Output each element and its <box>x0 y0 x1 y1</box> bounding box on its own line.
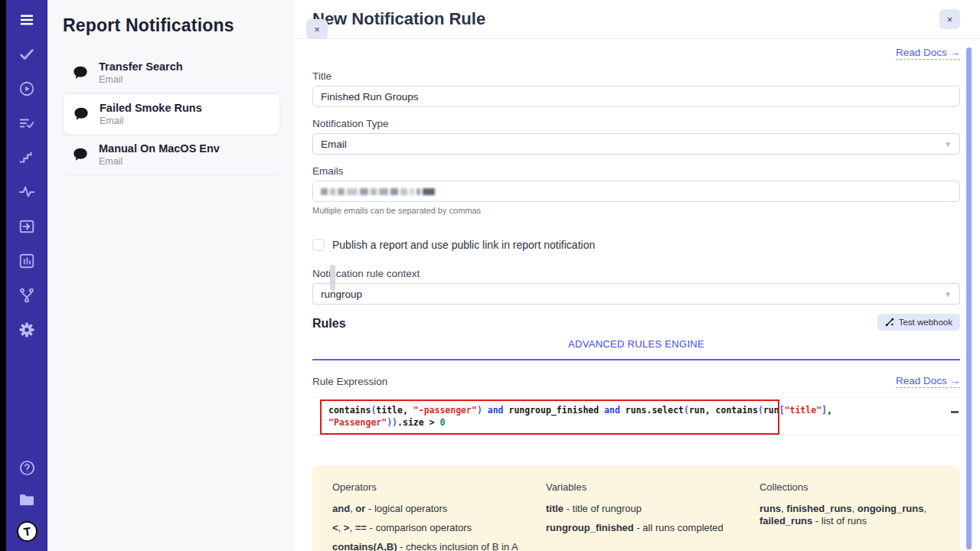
notification-type-select[interactable]: Email ▼ <box>312 133 960 155</box>
emails-redacted-value <box>321 188 435 195</box>
help-column-variables: Variables title - title of rungrouprungr… <box>546 481 746 551</box>
help-icon[interactable] <box>18 458 36 477</box>
tab-advanced-rules-engine[interactable]: ADVANCED RULES ENGINE <box>568 338 704 350</box>
help-column-operators: Operators and, or - logical operators<, … <box>332 481 532 551</box>
rule-context-value: rungroup <box>321 289 362 300</box>
speech-bubble-icon <box>72 147 89 162</box>
help-entry: and, or - logical operators <box>332 503 532 515</box>
main-header: New Notification Rule × <box>294 0 980 39</box>
activity-icon[interactable] <box>18 183 36 201</box>
page-title: New Notification Rule <box>312 9 485 29</box>
help-column-heading: Collections <box>760 481 940 493</box>
notification-type: Email <box>100 116 202 126</box>
emails-input[interactable] <box>312 181 960 202</box>
test-webhook-button[interactable]: Test webhook <box>877 314 960 331</box>
test-webhook-label: Test webhook <box>899 318 952 327</box>
read-docs-link-rules[interactable]: Read Docs → <box>896 375 960 388</box>
menu-icon[interactable] <box>18 11 36 29</box>
notification-type-group: Notification Type Email ▼ <box>312 118 960 155</box>
panel-close-button[interactable]: × <box>306 19 328 39</box>
rule-expression-label: Rule Expression <box>312 376 387 387</box>
help-entry: runs, finished_runs, ongoing_runs, faile… <box>760 503 940 527</box>
play-circle-icon[interactable] <box>18 80 36 98</box>
list-item-transfer-search[interactable]: Transfer Search Email <box>63 53 280 93</box>
rules-tab-bar: ADVANCED RULES ENGINE <box>312 337 960 360</box>
screen-edge <box>0 0 6 551</box>
publish-report-label: Publish a report and use public link in … <box>332 239 595 251</box>
panel-scrollbar[interactable] <box>330 265 335 291</box>
help-entry: title - title of rungroup <box>546 503 746 515</box>
chevron-down-icon: ▼ <box>944 140 952 148</box>
publish-report-checkbox[interactable] <box>312 239 325 251</box>
expression-help-box: Operators and, or - logical operators<, … <box>312 465 960 551</box>
app-logo[interactable]: T <box>15 520 38 543</box>
list-item-failed-smoke-runs[interactable]: Failed Smoke Runs Email <box>63 93 280 135</box>
emails-help-text: Multiple emails can be separated by comm… <box>312 206 960 215</box>
webhook-icon <box>885 318 894 327</box>
list-item-manual-on-macos-env[interactable]: Manual On MacOS Env Email <box>63 135 280 175</box>
check-icon[interactable] <box>18 45 36 64</box>
notifications-panel: Report Notifications Transfer Search Ema… <box>47 0 294 551</box>
bar-chart-icon[interactable] <box>18 252 36 270</box>
rule-context-select[interactable]: rungroup ▼ <box>312 283 960 305</box>
help-entry: <, >, == - comparison operators <box>332 522 532 534</box>
speech-bubble-icon <box>72 65 89 80</box>
help-entry: rungroup_finished - all runs completed <box>546 522 746 534</box>
gear-icon[interactable] <box>18 321 36 339</box>
notification-type: Email <box>99 74 183 85</box>
folder-icon[interactable] <box>18 490 36 508</box>
help-column-collections: Collections runs, finished_runs, ongoing… <box>760 481 940 551</box>
list-check-icon[interactable] <box>18 114 36 132</box>
notification-type: Email <box>99 156 220 167</box>
panel-title: Report Notifications <box>63 15 280 36</box>
emails-field-group: Emails <box>312 165 960 215</box>
rule-expression-code: contains(title, "-passenger") and rungro… <box>312 398 960 429</box>
title-input[interactable] <box>312 86 960 107</box>
rule-expression-editor[interactable]: contains(title, "-passenger") and rungro… <box>312 397 960 445</box>
editor-line-divider <box>312 435 960 435</box>
speech-bubble-icon <box>73 106 90 122</box>
notification-title: Failed Smoke Runs <box>100 102 202 114</box>
notification-type-label: Notification Type <box>312 118 960 129</box>
emails-label: Emails <box>312 165 960 177</box>
title-label: Title <box>312 70 960 82</box>
editor-scrollbar-handle[interactable] <box>951 411 959 413</box>
title-field-group: Title <box>312 70 960 107</box>
notification-type-value: Email <box>321 139 347 150</box>
app-window: T Report Notifications Transfer Search E… <box>0 0 980 551</box>
main-panel: New Notification Rule × Read Docs → Titl… <box>294 0 980 551</box>
publish-report-row[interactable]: Publish a report and use public link in … <box>312 239 960 251</box>
rules-heading: Rules <box>312 317 346 331</box>
notification-title: Transfer Search <box>99 60 183 73</box>
chevron-down-icon: ▼ <box>944 290 952 298</box>
help-column-heading: Operators <box>332 481 532 493</box>
sidebar: T <box>6 0 47 551</box>
read-docs-link-top[interactable]: Read Docs → <box>896 47 960 60</box>
rule-context-label: Notification rule context <box>312 268 960 279</box>
steps-icon[interactable] <box>18 148 36 167</box>
notification-title: Manual On MacOS Env <box>99 142 220 155</box>
rule-context-group: Notification rule context rungroup ▼ <box>312 268 960 305</box>
help-column-heading: Variables <box>546 481 746 493</box>
main-scrollbar[interactable] <box>966 47 972 549</box>
login-box-icon[interactable] <box>18 217 36 236</box>
dialog-close-button[interactable]: × <box>939 9 960 29</box>
help-entry: contains(A,B) - checks inclusion of B in… <box>332 541 532 551</box>
branch-icon[interactable] <box>18 286 36 305</box>
